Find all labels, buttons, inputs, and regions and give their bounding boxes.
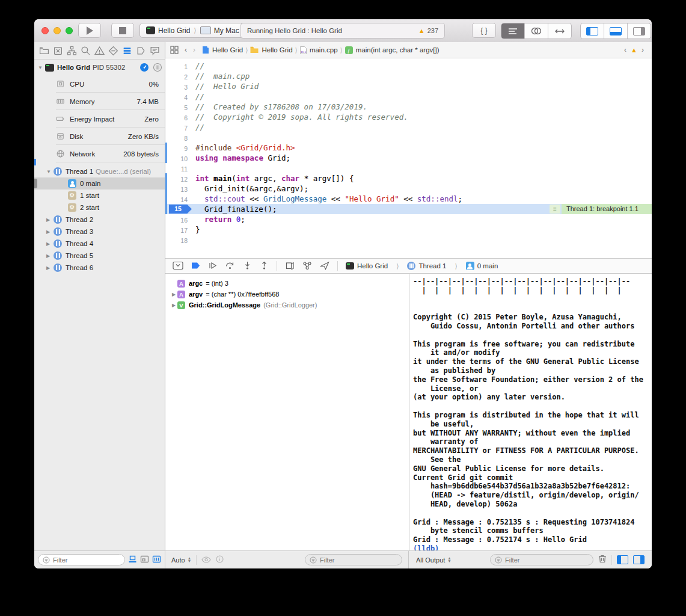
line-number-gutter[interactable]: 10 (165, 153, 195, 163)
variables-filter-input[interactable] (320, 556, 397, 564)
disclosure-right-icon[interactable]: ▶ (46, 241, 54, 247)
line-number-gutter[interactable]: 8 (165, 132, 195, 143)
variables-filter-field[interactable] (305, 554, 402, 565)
report-navigator-icon[interactable] (150, 46, 160, 56)
continue-icon[interactable] (208, 262, 217, 271)
crashed-threads-filter-icon[interactable] (152, 555, 161, 565)
back-chevron-icon[interactable]: ‹ (182, 46, 190, 54)
clear-console-trash-icon[interactable] (598, 554, 607, 565)
disclosure-right-icon[interactable]: ▶ (170, 303, 177, 308)
code-review-button[interactable]: { } (472, 23, 496, 38)
zoom-window-button[interactable] (66, 27, 73, 34)
debug-breadcrumb-frame[interactable]: 0 main (466, 262, 498, 270)
code-text[interactable]: #include <Grid/Grid.h> (195, 143, 295, 153)
thread-row-5[interactable]: ▶ Thread 5 (34, 250, 165, 262)
debug-panel-toggle[interactable] (604, 23, 628, 38)
warning-triangle-icon[interactable]: ▲ (418, 27, 425, 34)
code-line-18[interactable]: 18 (165, 235, 652, 245)
line-number-gutter[interactable]: 11 (165, 163, 195, 173)
code-text[interactable]: Grid_init(&argc,&argv); (195, 183, 308, 194)
source-editor[interactable]: 1//2// main.cpp3// Hello Grid4//5// Crea… (165, 58, 652, 258)
disclosure-down-icon[interactable]: ▼ (38, 65, 45, 70)
code-line-11[interactable]: 11 (165, 163, 652, 173)
assistant-editor-button[interactable] (525, 23, 548, 38)
line-number-gutter[interactable]: 15 (165, 204, 195, 214)
memory-graph-icon[interactable] (302, 261, 312, 271)
code-text[interactable]: return 0; (195, 214, 245, 224)
code-line-6[interactable]: 6// Copyright © 2019 sopa. All rights re… (165, 112, 652, 122)
code-text[interactable]: // (195, 61, 204, 71)
stack-frame-row[interactable]: 0 main (34, 177, 165, 189)
jump-bar-group[interactable]: Hello Grid (262, 46, 292, 54)
navigator-filter-input[interactable] (53, 556, 120, 564)
console-filter-input[interactable] (505, 556, 589, 564)
navigator-filter-field[interactable] (38, 554, 125, 565)
code-line-12[interactable]: 12int main(int argc, char * argv[]) { (165, 173, 652, 183)
hide-debug-area-icon[interactable] (173, 261, 183, 271)
code-line-2[interactable]: 2// main.cpp (165, 71, 652, 81)
gauge-row-energy[interactable]: Energy Impact Zero (34, 110, 165, 128)
cpu-gauge-view-icon[interactable] (139, 63, 149, 72)
variables-pane-toggle[interactable] (617, 555, 628, 564)
variables-view[interactable]: A argc = (int) 3 ▶ A argv = (char **) 0x… (165, 274, 409, 550)
project-navigator-icon[interactable] (39, 46, 49, 56)
step-into-icon[interactable] (243, 261, 252, 271)
issue-navigator-icon[interactable] (94, 46, 105, 56)
step-over-icon[interactable] (225, 261, 235, 271)
code-text[interactable]: // Created by s1786208 on 17/03/2019. (195, 102, 367, 112)
gauge-row-network[interactable]: Network 208 bytes/s (34, 145, 165, 162)
gauge-row-disk[interactable]: Disk Zero KB/s (34, 128, 165, 145)
disclosure-right-icon[interactable]: ▶ (46, 253, 54, 259)
line-number-gutter[interactable]: 13 (165, 183, 195, 194)
line-number-gutter[interactable]: 18 (165, 235, 195, 245)
standard-editor-button[interactable] (501, 23, 525, 38)
disclosure-down-icon[interactable]: ▼ (46, 169, 54, 174)
console-filter-field[interactable] (490, 554, 593, 565)
disclosure-right-icon[interactable]: ▶ (46, 265, 54, 271)
disclosure-right-icon[interactable]: ▶ (170, 292, 177, 297)
debug-breadcrumb-thread[interactable]: Thread 1 (407, 262, 446, 270)
source-control-navigator-icon[interactable] (53, 46, 63, 56)
code-text[interactable]: // Hello Grid (195, 81, 259, 91)
symbol-navigator-icon[interactable] (67, 46, 77, 56)
line-number-gutter[interactable]: 2 (165, 71, 195, 81)
next-issue-icon[interactable]: › (639, 46, 647, 54)
code-text[interactable]: std::cout << GridLogMessage << "Hello Gr… (195, 194, 462, 204)
find-navigator-icon[interactable] (81, 46, 91, 56)
line-number-gutter[interactable]: 16 (165, 214, 195, 224)
test-navigator-icon[interactable] (108, 46, 118, 56)
view-hierarchy-debugger-icon[interactable] (285, 261, 295, 271)
breakpoints-toggle-icon[interactable] (191, 262, 200, 271)
code-line-14[interactable]: 14 std::cout << GridLogMessage << "Hello… (165, 194, 652, 204)
jump-bar-project[interactable]: Hello Grid (212, 46, 243, 54)
thread-row-3[interactable]: ▶ Thread 3 (34, 226, 165, 238)
debug-navigator-icon[interactable] (122, 46, 132, 56)
minimize-window-button[interactable] (54, 27, 61, 34)
variables-scope-popup[interactable]: Auto ▲▼ (171, 556, 191, 564)
variable-row[interactable]: ▶ V Grid::GridLogMessage (Grid::GridLogg… (165, 300, 409, 310)
variable-row[interactable]: A argc = (int) 3 (165, 278, 409, 289)
warning-triangle-icon[interactable]: ▲ (631, 46, 637, 54)
running-blocks-filter-icon[interactable] (140, 555, 149, 565)
run-button[interactable] (78, 23, 101, 38)
line-number-gutter[interactable]: 6 (165, 112, 195, 122)
debug-breadcrumb-process[interactable]: Hello Grid (346, 262, 388, 270)
code-line-13[interactable]: 13 Grid_init(&argc,&argv); (165, 183, 652, 194)
debug-symbols-filter-icon[interactable] (128, 555, 137, 565)
line-number-gutter[interactable]: 4 (165, 91, 195, 102)
code-line-17[interactable]: 17} (165, 224, 652, 235)
code-line-3[interactable]: 3// Hello Grid (165, 81, 652, 91)
previous-issue-icon[interactable]: ‹ (621, 46, 629, 54)
line-number-gutter[interactable]: 1 (165, 61, 195, 71)
line-number-gutter[interactable]: 7 (165, 122, 195, 132)
code-line-15[interactable]: 15 Grid_finalize();≡Thread 1: breakpoint… (165, 204, 652, 214)
code-text[interactable]: int main(int argc, char * argv[]) { (195, 173, 354, 183)
stack-frame-row[interactable]: ⚙ 1 start (34, 189, 165, 202)
code-text[interactable]: Grid_finalize(); (195, 204, 277, 214)
console-pane-toggle[interactable] (633, 555, 645, 564)
variable-row[interactable]: ▶ A argv = (char **) 0x7ffeefbff568 (165, 289, 409, 300)
code-text[interactable]: // (195, 122, 204, 132)
breakpoint-badge[interactable]: 15 (169, 205, 192, 214)
jump-bar-file[interactable]: main.cpp (310, 46, 338, 54)
forward-chevron-icon[interactable]: › (190, 46, 198, 54)
